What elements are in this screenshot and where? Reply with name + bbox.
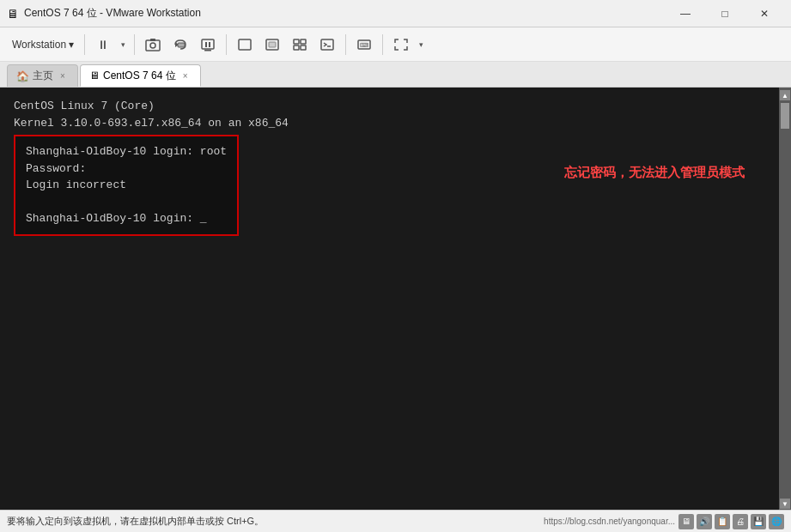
window-title: CentOS 7 64 位 - VMware Workstation	[24, 6, 660, 21]
toolbar-separator-1	[84, 34, 85, 55]
svg-rect-0	[146, 40, 160, 51]
window-controls: — □ ✕	[666, 0, 784, 27]
app-icon: 🖥	[7, 7, 19, 21]
svg-rect-4	[178, 43, 185, 47]
workstation-label: Workstation	[12, 39, 66, 51]
svg-rect-13	[301, 45, 306, 50]
vm-container: CentOS Linux 7 (Core) Kernel 3.10.0-693.…	[0, 88, 791, 510]
scrollbar-up-arrow[interactable]: ▲	[780, 90, 790, 100]
centos-tab-close[interactable]: ×	[179, 70, 192, 82]
tab-home[interactable]: 🏠 主页 ×	[7, 64, 78, 87]
scrollbar-track[interactable]	[779, 101, 791, 498]
unity-button[interactable]	[287, 32, 313, 57]
status-icon-print[interactable]: 🖨	[733, 514, 748, 529]
svg-rect-11	[301, 39, 306, 44]
workstation-menu-button[interactable]: Workstation ▾	[7, 35, 79, 54]
svg-text:⌨: ⌨	[360, 42, 368, 48]
status-url: https://blog.csdn.net/yangonquar...	[544, 517, 675, 526]
pause-dropdown[interactable]: ▾	[117, 32, 129, 57]
status-icon-clipboard[interactable]: 📋	[715, 514, 730, 529]
scrollbar-thumb[interactable]	[781, 103, 789, 129]
vm-scrollbar[interactable]: ▲ ▼	[779, 88, 791, 510]
home-tab-icon: 🏠	[16, 70, 29, 82]
status-icon-usb[interactable]: 💾	[751, 514, 766, 529]
svg-rect-5	[202, 39, 214, 49]
login-line-1: Shanghai-OldBoy-10 login: root	[26, 143, 227, 160]
zoom-group: ▾	[388, 32, 427, 57]
fullscreen-button[interactable]	[259, 32, 285, 57]
status-right: https://blog.csdn.net/yangonquar... 🖥 🔊 …	[544, 514, 784, 529]
login-line-5: Shanghai-OldBoy-10 login: _	[26, 210, 227, 227]
status-bar: 要将输入定向到该虚拟机，请在虚拟机内部单击或按 Ctrl+G。 https://…	[0, 510, 791, 532]
vm-window-button[interactable]	[232, 32, 258, 57]
vm-screen[interactable]: CentOS Linux 7 (Core) Kernel 3.10.0-693.…	[0, 88, 779, 510]
login-line-2: Password:	[26, 160, 227, 178]
vm-line-1: CentOS Linux 7 (Core)	[14, 98, 765, 115]
login-box: Shanghai-OldBoy-10 login: root Password:…	[14, 135, 239, 236]
vm-annotation: 忘记密码，无法进入管理员模式	[564, 165, 745, 181]
zoom-dropdown[interactable]: ▾	[415, 32, 427, 57]
toolbar-separator-4	[345, 34, 346, 55]
status-icon-sound[interactable]: 🔊	[697, 514, 712, 529]
tab-bar: 🏠 主页 × 🖥 CentOS 7 64 位 ×	[0, 62, 791, 88]
svg-point-1	[150, 43, 155, 48]
svg-rect-10	[294, 39, 299, 44]
scrollbar-down-arrow[interactable]: ▼	[780, 499, 790, 509]
suspend-button[interactable]	[195, 32, 221, 57]
main-toolbar: Workstation ▾ ⏸ ▾	[0, 27, 791, 62]
centos-tab-label: CentOS 7 64 位	[103, 69, 176, 83]
status-message: 要将输入定向到该虚拟机，请在虚拟机内部单击或按 Ctrl+G。	[7, 515, 537, 528]
zoom-button[interactable]	[388, 32, 414, 57]
home-tab-label: 主页	[33, 69, 53, 83]
revert-button[interactable]	[167, 32, 193, 57]
minimize-button[interactable]: —	[666, 0, 705, 27]
login-line-3: Login incorrect	[26, 177, 227, 194]
snapshot-button[interactable]	[140, 32, 166, 57]
svg-rect-2	[150, 39, 155, 41]
svg-rect-6	[204, 50, 211, 51]
toolbar-separator-2	[134, 34, 135, 55]
tab-centos[interactable]: 🖥 CentOS 7 64 位 ×	[80, 64, 201, 87]
status-icon-group: 🖥 🔊 📋 🖨 💾 🌐	[678, 514, 784, 529]
toolbar-separator-5	[382, 34, 383, 55]
maximize-button[interactable]: □	[705, 0, 745, 27]
login-line-4	[26, 194, 227, 211]
svg-rect-9	[269, 42, 276, 47]
status-icon-network[interactable]: 🌐	[769, 514, 784, 529]
console-button[interactable]	[314, 32, 340, 57]
pause-button[interactable]: ⏸	[90, 32, 116, 57]
close-button[interactable]: ✕	[745, 0, 784, 27]
toolbar-separator-3	[226, 34, 227, 55]
ctrl-alt-del-button[interactable]: ⌨	[351, 32, 377, 57]
svg-rect-12	[294, 45, 299, 50]
home-tab-close[interactable]: ×	[57, 70, 69, 82]
workstation-dropdown-arrow: ▾	[69, 39, 74, 51]
status-icon-display[interactable]: 🖥	[678, 514, 694, 529]
centos-tab-icon: 🖥	[89, 70, 100, 82]
svg-rect-7	[239, 39, 251, 50]
vm-line-2: Kernel 3.10.0-693.el7.x86_64 on an x86_6…	[14, 115, 765, 132]
title-bar: 🖥 CentOS 7 64 位 - VMware Workstation — □…	[0, 0, 791, 27]
toolbar-pause-group: ⏸ ▾	[90, 32, 129, 57]
